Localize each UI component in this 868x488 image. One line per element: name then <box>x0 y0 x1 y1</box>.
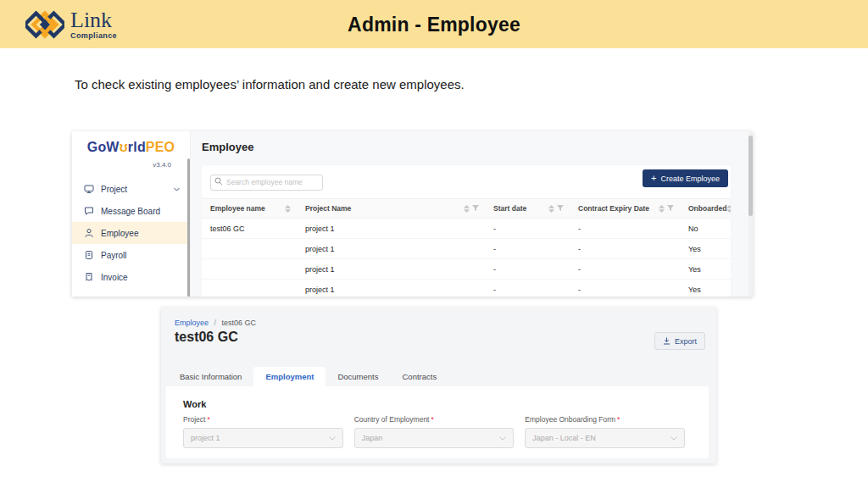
breadcrumb-current: test06 GC <box>222 319 257 327</box>
column-header-contract-expiry[interactable]: Contract Expiry Date <box>570 204 680 213</box>
sidebar-item-label: Invoice <box>101 273 128 282</box>
work-fields: Project* project 1 Country of Employment… <box>183 415 685 448</box>
field-project: Project* project 1 <box>183 415 343 448</box>
employee-detail-title: test06 GC <box>175 330 238 345</box>
onboarding-form-select[interactable]: Japan - Local - EN <box>525 428 685 448</box>
table-row[interactable]: project 1 - - Yes <box>202 280 731 297</box>
sidebar-item-label: Employee <box>101 229 138 238</box>
tab-documents[interactable]: Documents <box>326 367 390 386</box>
plus-icon: + <box>651 174 656 183</box>
chevron-down-icon <box>499 436 506 441</box>
chevron-down-icon <box>329 436 336 441</box>
search-box <box>210 173 323 189</box>
field-country-of-employment: Country of Employment* Japan <box>354 415 515 448</box>
chat-icon <box>84 206 94 216</box>
sort-icon[interactable] <box>464 205 470 213</box>
column-header-employee-name[interactable]: Employee name <box>202 204 297 213</box>
tab-employment[interactable]: Employment <box>253 367 326 386</box>
invoice-receipt-icon <box>84 272 94 282</box>
country-select[interactable]: Japan <box>354 428 515 448</box>
slide: Link Compliance Admin - Employee To chec… <box>0 0 868 488</box>
sidebar-scrollbar[interactable] <box>187 158 190 297</box>
sidebar-menu: Project Message Board <box>72 178 190 288</box>
sidebar-item-project[interactable]: Project <box>72 178 190 200</box>
person-icon <box>84 228 94 238</box>
employee-list-card: + Create Employee Employee name Project … <box>202 165 731 297</box>
sort-icon[interactable] <box>659 205 665 213</box>
column-header-start-date[interactable]: Start date <box>485 204 570 213</box>
sidebar-item-payroll[interactable]: Payroll <box>72 244 190 266</box>
breadcrumb-employee-link[interactable]: Employee <box>175 319 209 327</box>
column-header-onboarded[interactable]: Onboarded <box>680 204 731 213</box>
slide-title: Admin - Employee <box>348 13 520 36</box>
required-marker: * <box>617 415 620 424</box>
sidebar-item-employee[interactable]: Employee <box>72 222 190 244</box>
project-select[interactable]: project 1 <box>183 428 343 448</box>
required-marker: * <box>207 415 209 424</box>
employment-tab-panel: Work Project* project 1 Country of Emplo… <box>166 386 709 458</box>
column-header-project-name[interactable]: Project Name <box>297 204 485 213</box>
chevron-down-icon <box>670 436 677 441</box>
payroll-document-icon <box>84 250 94 260</box>
sort-icon[interactable] <box>726 205 731 213</box>
employee-detail-screenshot: Employee / test06 GC test06 GC Export Ba… <box>161 308 716 463</box>
breadcrumb: Employee / test06 GC <box>175 319 256 327</box>
work-section-title: Work <box>183 399 206 409</box>
required-marker: * <box>431 415 433 424</box>
table-header-row: Employee name Project Name Start date <box>202 198 731 219</box>
table-row[interactable]: project 1 - - Yes <box>202 259 731 280</box>
field-onboarding-form: Employee Onboarding Form* Japan - Local … <box>525 415 685 448</box>
export-button[interactable]: Export <box>654 332 705 350</box>
sort-icon[interactable] <box>285 205 291 213</box>
download-icon <box>663 337 670 345</box>
filter-icon[interactable] <box>667 205 674 212</box>
breadcrumb-separator: / <box>214 319 217 327</box>
table-row[interactable]: test06 GC project 1 - - No <box>202 219 731 239</box>
sidebar-item-message-board[interactable]: Message Board <box>72 200 190 222</box>
sidebar-item-label: Project <box>101 185 127 194</box>
employee-table: Employee name Project Name Start date <box>202 198 731 297</box>
employee-list-main: Employee + Create Employee Employee name <box>191 131 753 297</box>
filter-icon[interactable] <box>557 205 564 212</box>
sidebar-item-invoice[interactable]: Invoice <box>72 266 190 288</box>
link-diamonds-icon <box>25 9 64 40</box>
filter-icon[interactable] <box>472 205 479 212</box>
link-compliance-logo: Link Compliance <box>25 9 117 40</box>
logo-tagline: Compliance <box>70 32 117 40</box>
description-text: To check existing employees’ information… <box>75 77 465 92</box>
scrollbar-thumb[interactable] <box>748 136 753 216</box>
sidebar: GoWʊrldPEO v3.4.0 Project <box>72 131 191 297</box>
search-input[interactable] <box>210 175 323 191</box>
monitor-icon <box>84 184 94 194</box>
sidebar-item-label: Payroll <box>101 251 127 260</box>
page-title: Employee <box>202 141 253 153</box>
chevron-down-icon <box>174 187 180 191</box>
table-row[interactable]: project 1 - - Yes <box>202 239 731 259</box>
tab-basic-information[interactable]: Basic Information <box>168 367 253 386</box>
detail-tabs: Basic Information Employment Documents C… <box>168 367 448 386</box>
employee-list-screenshot: GoWʊrldPEO v3.4.0 Project <box>72 131 753 297</box>
page-scrollbar[interactable] <box>748 131 753 297</box>
search-icon <box>214 177 223 186</box>
version-label: v3.4.0 <box>72 161 190 169</box>
employee-name-cell: test06 GC <box>202 225 297 233</box>
header-banner: Link Compliance Admin - Employee <box>0 0 868 48</box>
create-employee-button[interactable]: + Create Employee <box>643 169 728 187</box>
tab-contracts[interactable]: Contracts <box>390 367 448 386</box>
logo-name: Link <box>70 9 117 31</box>
goworldpeo-logo: GoWʊrldPEO <box>72 140 190 155</box>
sort-icon[interactable] <box>548 205 554 213</box>
sidebar-item-label: Message Board <box>101 207 160 216</box>
